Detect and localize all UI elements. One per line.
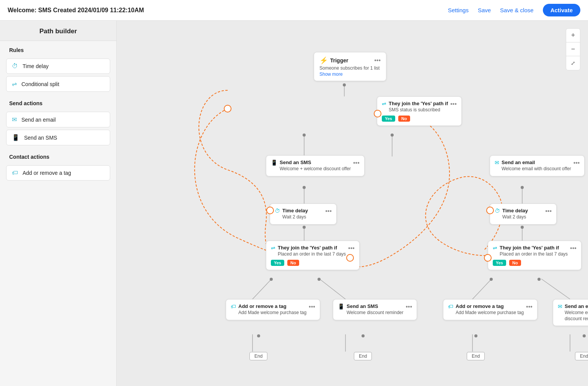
- at1-title: Add or remove a tag: [238, 303, 306, 309]
- node-header: 🏷 Add or remove a tag Add Made welcome p…: [231, 303, 315, 316]
- node-content: ⏱ Time delay Wait 2 days: [495, 208, 528, 220]
- end-node-3: End: [467, 352, 485, 360]
- split-node-icon: ⇌: [382, 101, 386, 107]
- connector-cs2-no: [318, 278, 321, 281]
- cs3-title: They join the 'Yes' path if: [500, 245, 568, 251]
- email-node-icon-2: ✉: [558, 303, 562, 309]
- split-node-icon-2: ⇌: [271, 245, 275, 251]
- cs3-yes-badge: Yes: [493, 260, 506, 266]
- cs3-no-badge: No: [509, 260, 521, 266]
- node-header: ✉ Send an email Welcome email with disco…: [495, 160, 580, 172]
- trigger-subtitle: Someone subscribes for 1 list: [319, 65, 381, 71]
- sidebar-item-send-sms[interactable]: 📱 Send an SMS: [6, 130, 110, 145]
- connector-td1-bottom: [303, 226, 306, 229]
- activate-button[interactable]: Activate: [543, 4, 580, 16]
- sidebar-item-add-remove-tag[interactable]: 🏷 Add or remove a tag: [6, 165, 110, 181]
- sms1-menu[interactable]: •••: [353, 160, 360, 166]
- time-delay-1-node: ⏱ Time delay Wait 2 days •••: [270, 204, 337, 225]
- save-button[interactable]: Save: [478, 7, 491, 13]
- clock-node-icon-2: ⏱: [495, 208, 500, 214]
- svg-line-10: [541, 279, 570, 299]
- settings-button[interactable]: Settings: [448, 7, 469, 13]
- at2-menu[interactable]: •••: [526, 303, 533, 310]
- time-delay-label: Time delay: [23, 63, 49, 69]
- add-tag-1-node: 🏷 Add or remove a tag Add Made welcome p…: [226, 299, 320, 320]
- at1-menu[interactable]: •••: [309, 303, 315, 310]
- email1-title: Send an email: [502, 160, 571, 165]
- node-header: ⇌ They join the 'Yes' path if Placed an …: [271, 245, 355, 257]
- tag-icon: 🏷: [12, 169, 18, 176]
- page-title: Welcome: SMS Created 2024/01/09 11:22:10…: [8, 7, 144, 14]
- sidebar-title: Path builder: [0, 21, 116, 41]
- sms1-title: Send an SMS: [280, 160, 351, 165]
- email2-title: Send an email: [565, 303, 588, 309]
- send-email-2-node: ✉ Send an email Welcome email discount r…: [553, 299, 588, 326]
- cs1-yes-badge: Yes: [382, 116, 395, 122]
- contact-actions-label: Contact actions: [0, 148, 116, 163]
- add-remove-tag-label: Add or remove a tag: [23, 170, 71, 176]
- email1-menu[interactable]: •••: [573, 160, 580, 166]
- cs2-title: They join the 'Yes' path if: [278, 245, 346, 251]
- conn-at1-bottom: [257, 334, 260, 337]
- tag-node-icon-2: 🏷: [448, 303, 453, 309]
- cs2-menu[interactable]: •••: [348, 245, 355, 252]
- node-content: ⏱ Time delay Wait 2 days: [275, 208, 308, 220]
- td2-title: Time delay: [502, 208, 528, 213]
- connector-sms1-bottom: [303, 186, 306, 189]
- sidebar-item-conditional-split[interactable]: ⇌ Conditional split: [6, 76, 110, 92]
- sidebar-item-time-delay[interactable]: ⏱ Time delay: [6, 59, 110, 74]
- sms2-subtitle: Welcome discount reminder: [347, 310, 404, 316]
- send-sms-2-node: 📱 Send an SMS Welcome discount reminder …: [333, 299, 417, 320]
- sidebar-item-send-email[interactable]: ✉ Send an email: [6, 112, 110, 127]
- header-actions: Settings Save Save & close Activate: [448, 4, 580, 16]
- main-layout: Path builder Rules ⏱ Time delay ⇌ Condit…: [0, 21, 588, 386]
- conn-sms2-bottom: [362, 334, 365, 337]
- cs2-yes-badge: Yes: [271, 260, 284, 266]
- sms2-menu[interactable]: •••: [406, 303, 412, 310]
- trigger-title: Trigger: [330, 57, 348, 64]
- lightning-icon: ⚡: [319, 56, 328, 65]
- connector-td2-bottom: [521, 226, 524, 229]
- td1-menu[interactable]: •••: [325, 208, 332, 215]
- connector-cs3-no: [538, 278, 541, 281]
- connector-dot-1: [343, 83, 346, 86]
- split-node-icon-3: ⇌: [493, 245, 497, 251]
- trigger-menu-dots[interactable]: •••: [374, 57, 381, 64]
- zoom-controls: + − ⤢: [566, 28, 580, 70]
- td1-subtitle: Wait 2 days: [282, 214, 308, 220]
- zoom-out-button[interactable]: −: [566, 42, 580, 56]
- cs1-title: They join the 'Yes' path if: [389, 101, 448, 106]
- fit-view-button[interactable]: ⤢: [566, 56, 580, 70]
- orange-ring-cs1-left: [224, 105, 231, 112]
- add-tag-2-node: 🏷 Add or remove a tag Add Made welcome p…: [443, 299, 538, 320]
- trigger-node: ⚡ Trigger ••• Someone subscribes for 1 l…: [314, 52, 386, 81]
- at2-subtitle: Add Made welcome purchase tag: [456, 310, 524, 316]
- node-header: ⇌ They join the 'Yes' path if Placed an …: [493, 245, 577, 257]
- send-email-1-node: ✉ Send an email Welcome email with disco…: [490, 155, 585, 176]
- sidebar: Path builder Rules ⏱ Time delay ⇌ Condit…: [0, 21, 117, 386]
- end-node-2: End: [354, 352, 372, 360]
- save-close-button[interactable]: Save & close: [500, 7, 534, 13]
- clock-icon: ⏱: [12, 63, 18, 70]
- node-content: 🏷 Add or remove a tag Add Made welcome p…: [231, 303, 306, 316]
- zoom-in-button[interactable]: +: [566, 29, 580, 42]
- header: Welcome: SMS Created 2024/01/09 11:22:10…: [0, 0, 588, 21]
- sms-node-icon: 📱: [271, 160, 277, 166]
- cs3-menu[interactable]: •••: [570, 245, 577, 252]
- orange-ring-cs3: [484, 254, 492, 262]
- send-sms-1-node: 📱 Send an SMS Welcome + welcome discount…: [266, 155, 365, 176]
- node-header: 🏷 Add or remove a tag Add Made welcome p…: [448, 303, 533, 316]
- at1-subtitle: Add Made welcome purchase tag: [238, 310, 306, 316]
- orange-ring-cs2: [346, 254, 354, 262]
- cs3-subtitle: Placed an order in the last 7 days: [500, 251, 568, 257]
- sms-icon: 📱: [12, 134, 20, 141]
- cs1-menu[interactable]: •••: [450, 101, 457, 107]
- td2-menu[interactable]: •••: [545, 208, 552, 215]
- orange-ring-td1: [266, 207, 274, 214]
- canvas: ⚡ Trigger ••• Someone subscribes for 1 l…: [117, 21, 588, 386]
- svg-line-8: [319, 279, 345, 299]
- show-more-link[interactable]: Show more: [319, 72, 381, 77]
- node-content: ⇌ They join the 'Yes' path if Placed an …: [493, 245, 568, 257]
- conditional-split-2-node: ⇌ They join the 'Yes' path if Placed an …: [266, 241, 360, 270]
- rules-label: Rules: [0, 41, 116, 56]
